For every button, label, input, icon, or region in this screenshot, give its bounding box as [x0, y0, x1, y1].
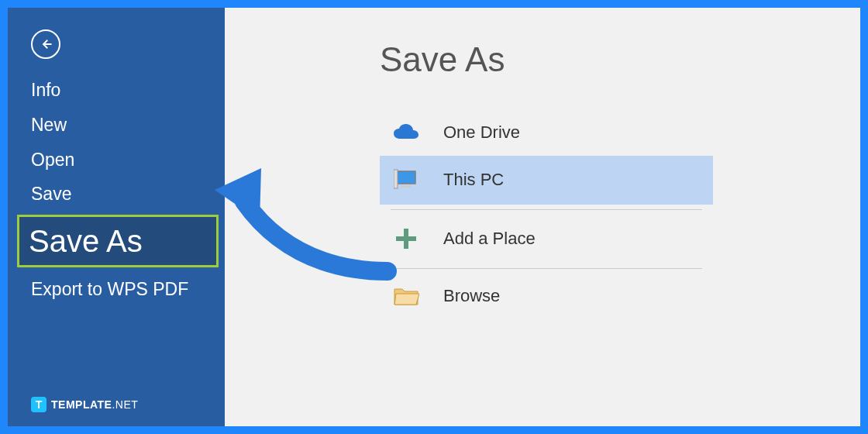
back-button[interactable] [31, 29, 60, 59]
cloud-icon [391, 123, 422, 142]
page-title: Save As [380, 40, 860, 79]
sidebar-item-label: Open [31, 150, 74, 170]
sidebar-item-new[interactable]: New [31, 108, 225, 143]
svg-rect-0 [397, 171, 415, 184]
location-add-place[interactable]: Add a Place [380, 215, 713, 264]
divider [391, 209, 702, 210]
app-frame: Info New Open Save Save As Export to WPS… [0, 0, 868, 434]
sidebar-item-label: New [31, 115, 67, 135]
svg-rect-5 [396, 236, 416, 241]
monitor-icon [391, 168, 422, 191]
location-label: Browse [443, 286, 500, 306]
location-this-pc[interactable]: This PC [380, 156, 713, 205]
folder-icon [391, 286, 422, 306]
save-location-list: One Drive This PC Add a Place [380, 110, 713, 319]
sidebar-item-save[interactable]: Save [31, 177, 225, 212]
brand-badge-icon: T [31, 397, 46, 412]
arrow-left-icon [39, 37, 53, 51]
svg-rect-3 [401, 185, 411, 188]
plus-icon [391, 227, 422, 250]
location-label: One Drive [443, 122, 520, 143]
divider [391, 268, 702, 269]
location-browse[interactable]: Browse [380, 274, 713, 319]
sidebar-item-label: Info [31, 80, 60, 100]
location-label: Add a Place [443, 229, 536, 249]
sidebar-item-label: Export to WPS PDF [31, 279, 188, 299]
svg-rect-2 [394, 170, 398, 188]
location-label: This PC [443, 170, 504, 190]
backstage-sidebar: Info New Open Save Save As Export to WPS… [8, 8, 225, 426]
sidebar-item-label: Save As [29, 224, 143, 258]
sidebar-item-export-wps-pdf[interactable]: Export to WPS PDF [31, 272, 225, 307]
brand-text: TEMPLATE.NET [51, 398, 138, 411]
main-panel: Save As One Drive This PC Add a Place [225, 8, 860, 426]
sidebar-item-label: Save [31, 184, 71, 204]
sidebar-item-save-as[interactable]: Save As [17, 215, 219, 267]
brand-footer: T TEMPLATE.NET [31, 397, 225, 412]
sidebar-item-info[interactable]: Info [31, 73, 225, 108]
location-onedrive[interactable]: One Drive [380, 110, 713, 156]
sidebar-item-open[interactable]: Open [31, 143, 225, 177]
